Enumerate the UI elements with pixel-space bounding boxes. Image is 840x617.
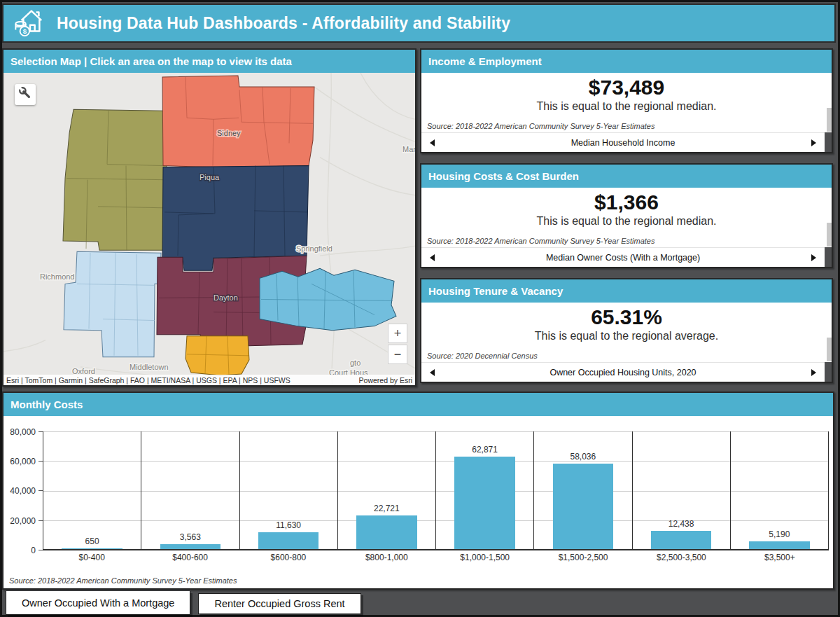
carousel-prev-icon[interactable] xyxy=(430,369,435,376)
carousel-bar: Median Household Income xyxy=(421,132,825,152)
panel-header: Income & Employment xyxy=(421,50,832,73)
y-axis-tick-mark xyxy=(38,490,43,491)
svg-text:$: $ xyxy=(23,27,27,35)
chart-panel-title: Monthly Costs xyxy=(10,398,83,410)
carousel-bar: Median Owner Costs (With a Mortgage) xyxy=(421,247,825,267)
bar-cell: 3,563 xyxy=(141,431,239,549)
chart-tab-bar: Owner Occupied With a Mortgage Renter Oc… xyxy=(6,591,361,615)
bar[interactable] xyxy=(651,531,711,549)
category-label: $0-400 xyxy=(43,553,141,562)
monthly-costs-panel: Monthly Costs 020,00040,00060,00080,000 … xyxy=(2,391,834,590)
bar-value-label: 5,190 xyxy=(769,529,790,539)
carousel-bar: Owner Occupied Housing Units, 2020 xyxy=(421,362,825,382)
category-label: $400-600 xyxy=(141,553,239,562)
panel-title: Housing Tenure & Vacancy xyxy=(428,285,563,297)
app-title: Housing Data Hub Dashboards - Affordabil… xyxy=(57,14,510,33)
map-region-southwest[interactable] xyxy=(64,251,161,357)
bar-value-label: 11,630 xyxy=(276,520,301,530)
carousel-next-icon[interactable] xyxy=(811,369,816,376)
panel-header: Housing Tenure & Vacancy xyxy=(421,279,832,303)
income-employment-panel: Income & Employment $73,489 This is equa… xyxy=(420,48,833,153)
chart-panel-header: Monthly Costs xyxy=(4,393,833,416)
map-attribution-bar: Esri | TomTom | Garmin | SafeGraph | FAO… xyxy=(4,375,415,385)
carousel-next-icon[interactable] xyxy=(811,254,816,261)
map-sketch-tool-button[interactable] xyxy=(15,84,36,105)
bar-cell: 12,438 xyxy=(633,431,731,549)
panel-header: Housing Costs & Cost Burden xyxy=(421,165,832,188)
wrench-icon xyxy=(19,87,31,102)
stat-subtitle: This is equal to the regional median. xyxy=(421,215,832,228)
stat-value: 65.31% xyxy=(421,305,832,329)
zoom-in-button[interactable]: + xyxy=(388,324,407,343)
map-zoom-control: + − xyxy=(388,324,407,364)
category-label: $3,500+ xyxy=(731,553,829,562)
tab-owner-occupied-mortgage[interactable]: Owner Occupied With a Mortgage xyxy=(6,591,190,615)
housing-tenure-panel: Housing Tenure & Vacancy 65.31% This is … xyxy=(420,278,833,383)
carousel-next-icon[interactable] xyxy=(811,139,816,146)
carousel-prev-icon[interactable] xyxy=(430,254,435,261)
map-svg: Sidney Piqua Springfield Richmond Dayton… xyxy=(4,73,415,385)
panel-body: $73,489 This is equal to the regional me… xyxy=(421,73,832,132)
panel-title: Income & Employment xyxy=(428,55,542,67)
chart-body: 020,00040,00060,00080,000 6503,56311,630… xyxy=(4,416,833,588)
map-label-piqua: Piqua xyxy=(200,173,220,181)
map-canvas[interactable]: Sidney Piqua Springfield Richmond Dayton… xyxy=(4,73,415,385)
bar[interactable] xyxy=(454,457,514,549)
stat-value: $73,489 xyxy=(421,76,832,99)
map-label-richmond: Richmond xyxy=(40,272,74,281)
carousel-label: Owner Occupied Housing Units, 2020 xyxy=(435,368,811,377)
stat-value: $1,366 xyxy=(421,190,832,214)
chart-source: Source: 2018-2022 American Community Sur… xyxy=(9,576,237,585)
map-region-central[interactable] xyxy=(162,166,309,271)
bar-value-label: 58,036 xyxy=(570,452,596,462)
bar-cell: 11,630 xyxy=(240,431,338,549)
bar[interactable] xyxy=(62,548,122,549)
map-region-north[interactable] xyxy=(162,76,314,178)
bar-value-label: 12,438 xyxy=(668,519,694,529)
app-header: $ Housing Data Hub Dashboards - Affordab… xyxy=(2,4,836,43)
category-label: $600-800 xyxy=(239,553,337,562)
bar-cell: 5,190 xyxy=(731,431,829,549)
bar[interactable] xyxy=(553,464,613,549)
bar[interactable] xyxy=(749,541,809,549)
y-axis-tick-mark xyxy=(38,550,43,550)
category-row: $0-400$400-600$600-800$800-1,000$1,000-1… xyxy=(43,553,829,562)
housing-costs-panel: Housing Costs & Cost Burden $1,366 This … xyxy=(420,163,833,268)
y-axis-tick-label: 0 xyxy=(31,546,36,555)
powered-by-esri-text: Powered by Esri xyxy=(359,376,412,384)
bar-plot: 6503,56311,63022,72162,87158,03612,4385,… xyxy=(43,431,829,550)
zoom-out-button[interactable]: − xyxy=(388,345,407,364)
scrollbar-thumb[interactable] xyxy=(827,223,832,247)
map-attribution-text: Esri | TomTom | Garmin | SafeGraph | FAO… xyxy=(6,376,290,384)
carousel-label: Median Owner Costs (With a Mortgage) xyxy=(435,253,811,263)
map-label-dayton: Dayton xyxy=(214,293,238,302)
bar-cell: 58,036 xyxy=(534,431,632,549)
scrollbar-thumb[interactable] xyxy=(827,108,832,132)
map-label-marysville-partial: Mar xyxy=(402,144,415,153)
bar-value-label: 3,563 xyxy=(180,532,201,542)
carousel-prev-icon[interactable] xyxy=(430,139,435,146)
map-panel-header: Selection Map | Click an area on the map… xyxy=(4,50,415,73)
y-axis-tick-mark xyxy=(38,431,43,432)
dashboard-page: $ Housing Data Hub Dashboards - Affordab… xyxy=(0,0,840,617)
category-label: $1,000-1,500 xyxy=(436,553,534,562)
bar[interactable] xyxy=(356,515,416,549)
stat-subtitle: This is equal to the regional average. xyxy=(421,330,832,342)
y-axis-tick-mark xyxy=(38,520,43,521)
bar[interactable] xyxy=(258,532,318,549)
panel-body: $1,366 This is equal to the regional med… xyxy=(421,188,832,247)
category-label: $800-1,000 xyxy=(337,553,435,562)
tab-renter-occupied-gross-rent[interactable]: Renter Occupied Gross Rent xyxy=(198,593,360,614)
category-label: $2,500-3,500 xyxy=(632,553,730,562)
chart-yaxis: 020,00040,00060,00080,000 xyxy=(4,431,43,550)
scrollbar-thumb[interactable] xyxy=(827,338,832,361)
panel-title: Housing Costs & Cost Burden xyxy=(428,170,579,182)
panel-body: 65.31% This is equal to the regional ave… xyxy=(421,303,832,362)
map-panel-title: Selection Map | Click an area on the map… xyxy=(10,55,292,67)
map-label-middletown: Middletown xyxy=(130,363,169,371)
y-axis-tick-label: 20,000 xyxy=(10,516,36,526)
y-axis-tick-label: 40,000 xyxy=(10,486,36,496)
bar[interactable] xyxy=(160,544,220,549)
stat-source: Source: 2018-2022 American Community Sur… xyxy=(427,122,654,130)
housing-dollar-icon: $ xyxy=(13,6,46,41)
